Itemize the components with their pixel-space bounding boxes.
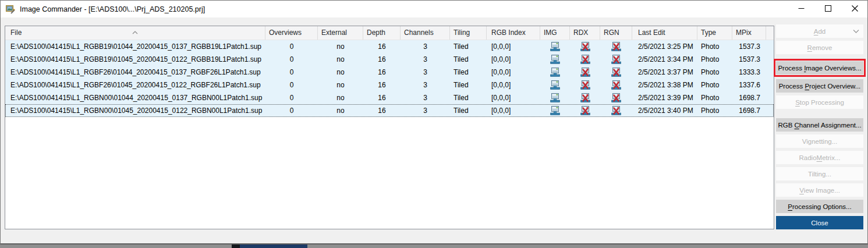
cell-depth: 16 [363,40,401,53]
background-window-fragment [240,245,307,248]
network-drive-disconnected-icon [600,93,632,102]
button-label: rocessing Options... [792,203,852,210]
cell-depth: 16 [363,91,401,104]
network-drive-icon [540,42,570,51]
column-header-mpix[interactable]: MPix [732,26,766,40]
cell-external: no [318,53,363,66]
column-header-rdx[interactable]: RDX [570,26,600,40]
button-label: Process [779,83,805,90]
network-drive-disconnected-icon [600,55,632,64]
table-body: E:\ADS100\041415\L1_RGBB19\01044_2020041… [5,40,774,117]
cell-overviews: 0 [265,40,318,53]
cell-depth: 16 [363,53,401,66]
column-header-rgn[interactable]: RGN [600,26,632,40]
network-drive-disconnected-icon [600,106,632,115]
column-header-overviews[interactable]: Overviews [265,26,318,40]
vignetting-button[interactable]: Vignetting... [776,134,863,148]
column-header-tiling[interactable]: Tiling [450,26,487,40]
tilting-button[interactable]: Tilting... [776,167,863,180]
column-header-img[interactable]: IMG [540,26,570,40]
network-drive-disconnected-icon [570,42,600,51]
cell-overviews: 0 [265,104,318,117]
cell-last_edit: 2/5/2021 3:39 PM [632,91,697,104]
cell-overviews: 0 [265,91,318,104]
cell-last_edit: 2/5/2021 3:40 PM [632,104,697,117]
cell-overviews: 0 [265,53,318,66]
cell-overviews: 0 [265,79,318,91]
cell-rgb_index: [0,0,0] [487,91,540,104]
mnemonic-letter: S [795,99,800,106]
button-label: Radio [799,154,817,161]
cell-tiling: Tiled [450,53,487,66]
button-label: roject Overview... [809,83,860,90]
cell-depth: 16 [363,104,401,117]
cell-external: no [318,104,363,117]
table-row[interactable]: E:\ADS100\041415\L1_RGBB19\01044_2020041… [5,40,774,53]
rgb-channel-assignment-button[interactable]: RGB Channel Assignment... [776,118,863,132]
network-drive-disconnected-icon [570,106,600,115]
cell-last_edit: 2/5/2021 3:25 PM [632,40,697,53]
column-header-rgb_index[interactable]: RGB Index [487,26,540,40]
network-drive-disconnected-icon [600,42,632,51]
screen: Image Commander - [E:\ADS100\...\Prj_ADS… [0,0,868,248]
close-icon [852,3,858,14]
network-drive-disconnected-icon [570,80,600,90]
process-project-overview-button[interactable]: Process Project Overview... [776,79,863,93]
mnemonic-letter: R [807,44,812,51]
table-row[interactable]: E:\ADS100\041415\L1_RGBF26\01045_2020041… [5,79,774,91]
column-header-depth[interactable]: Depth [363,26,401,40]
network-drive-disconnected-icon [570,68,600,77]
column-header-channels[interactable]: Channels [401,26,450,40]
network-drive-icon [540,80,570,90]
minimize-button[interactable] [788,0,814,17]
column-header-last_edit[interactable]: Last Edit [632,26,697,40]
cell-file: E:\ADS100\041415\L1_RGBF26\01045_2020041… [5,79,265,91]
button-label: iew Image... [804,187,840,194]
mnemonic-letter: M [817,154,823,161]
mnemonic-letter: P [788,203,792,210]
button-label: Tilting... [808,171,831,178]
cell-rgb_index: [0,0,0] [487,53,540,66]
cell-file: E:\ADS100\041415\L1_RGBN00\01044_2020041… [5,91,265,104]
process-image-overviews-button[interactable]: Process Image Overviews... [776,61,863,75]
add-button[interactable]: Add [776,24,863,38]
radiometrix-button[interactable]: RadioMetrix... [776,151,863,164]
maximize-button[interactable] [814,0,841,17]
mnemonic-letter: A [814,28,819,35]
table-row[interactable]: E:\ADS100\041415\L1_RGBN00\01045_2020041… [5,104,774,117]
cell-external: no [318,79,363,91]
remove-button[interactable]: Remove [776,41,863,54]
cell-tiling: Tiled [450,104,487,117]
cell-mpix: 1698.7 [732,104,766,117]
button-label: emove [812,44,832,51]
column-header-external[interactable]: External [318,26,363,40]
file-list: FileOverviewsExternalDepthChannelsTiling… [5,26,774,229]
button-label: Process [778,65,804,72]
stop-processing-button[interactable]: Stop Processing [776,95,863,109]
cell-rgb_index: [0,0,0] [487,104,540,117]
button-label: Vignetting... [802,138,838,145]
cell-depth: 16 [363,66,401,79]
cell-file: E:\ADS100\041415\L1_RGBB19\01045_2020041… [5,53,265,66]
view-image-button[interactable]: View Image... [776,183,863,197]
close-button[interactable]: Close [776,216,863,229]
cell-rgb_index: [0,0,0] [487,79,540,91]
cell-type: Photo [697,104,732,117]
cell-mpix: 1333.3 [732,66,766,79]
cell-tiling: Tiled [450,91,487,104]
cell-external: no [318,40,363,53]
table-row[interactable]: E:\ADS100\041415\L1_RGBF26\01044_2020041… [5,66,774,79]
close-button[interactable] [841,0,868,17]
cell-tiling: Tiled [450,79,487,91]
mnemonic-letter: P [805,83,809,90]
column-header-type[interactable]: Type [697,26,732,40]
maximize-icon [825,3,831,14]
title-bar[interactable]: Image Commander - [E:\ADS100\...\Prj_ADS… [1,1,867,17]
table-row[interactable]: E:\ADS100\041415\L1_RGBN00\01044_2020041… [5,91,774,104]
button-label: RGB [778,122,794,129]
table-row[interactable]: E:\ADS100\041415\L1_RGBB19\01045_2020041… [5,53,774,66]
processing-options-button[interactable]: Processing Options... [776,200,863,213]
cell-external: no [318,66,363,79]
cell-type: Photo [697,66,732,79]
network-drive-disconnected-icon [570,55,600,64]
